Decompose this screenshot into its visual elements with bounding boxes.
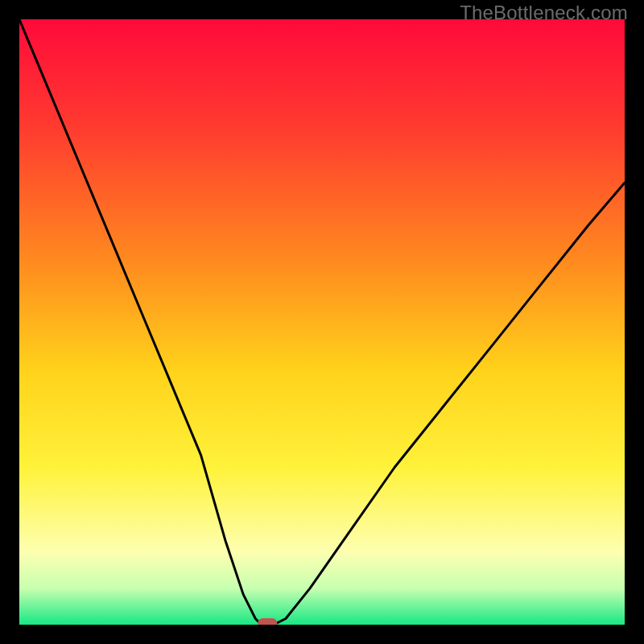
chart-background (19, 19, 625, 625)
chart-frame: TheBottleneck.com (0, 0, 644, 644)
chart-plot (19, 19, 625, 625)
watermark-text: TheBottleneck.com (460, 2, 628, 24)
optimum-marker (258, 618, 277, 625)
chart-svg (19, 19, 625, 625)
